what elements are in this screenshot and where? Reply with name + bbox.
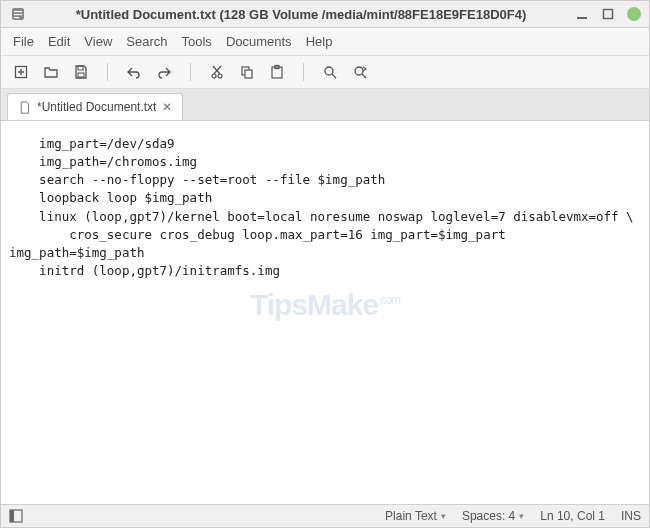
cut-button[interactable] xyxy=(207,62,227,82)
close-button[interactable] xyxy=(627,7,641,21)
svg-rect-12 xyxy=(245,70,252,78)
window-title: *Untitled Document.txt (128 GB Volume /m… xyxy=(33,7,569,22)
open-button[interactable] xyxy=(41,62,61,82)
svg-point-10 xyxy=(218,74,222,78)
svg-rect-5 xyxy=(604,10,613,19)
new-document-button[interactable] xyxy=(11,62,31,82)
toolbar xyxy=(1,56,649,89)
save-button[interactable] xyxy=(71,62,91,82)
replace-button[interactable] xyxy=(350,62,370,82)
titlebar: *Untitled Document.txt (128 GB Volume /m… xyxy=(1,1,649,28)
svg-point-15 xyxy=(325,67,333,75)
editor-content[interactable]: img_part=/dev/sda9 img_path=/chromos.img… xyxy=(9,135,641,280)
maximize-button[interactable] xyxy=(601,7,615,21)
side-panel-toggle[interactable] xyxy=(9,509,23,523)
indent-selector[interactable]: Spaces: 4 xyxy=(462,509,524,523)
menu-search[interactable]: Search xyxy=(126,34,167,49)
search-button[interactable] xyxy=(320,62,340,82)
toolbar-separator xyxy=(303,63,304,81)
tab-label: *Untitled Document.txt xyxy=(37,100,156,114)
svg-rect-1 xyxy=(14,11,22,12)
document-icon xyxy=(18,101,31,114)
document-tab[interactable]: *Untitled Document.txt ✕ xyxy=(7,93,183,120)
insert-mode[interactable]: INS xyxy=(621,509,641,523)
cursor-position: Ln 10, Col 1 xyxy=(540,509,605,523)
menu-help[interactable]: Help xyxy=(306,34,333,49)
toolbar-separator xyxy=(190,63,191,81)
statusbar: Plain Text Spaces: 4 Ln 10, Col 1 INS xyxy=(1,504,649,527)
application-window: *Untitled Document.txt (128 GB Volume /m… xyxy=(0,0,650,528)
paste-button[interactable] xyxy=(267,62,287,82)
menubar: File Edit View Search Tools Documents He… xyxy=(1,28,649,56)
undo-button[interactable] xyxy=(124,62,144,82)
svg-point-9 xyxy=(212,74,216,78)
menu-tools[interactable]: Tools xyxy=(182,34,212,49)
tabbar: *Untitled Document.txt ✕ xyxy=(1,89,649,121)
svg-point-16 xyxy=(355,67,363,75)
menu-view[interactable]: View xyxy=(84,34,112,49)
minimize-button[interactable] xyxy=(575,7,589,21)
syntax-selector[interactable]: Plain Text xyxy=(385,509,446,523)
svg-rect-18 xyxy=(10,510,14,522)
menu-file[interactable]: File xyxy=(13,34,34,49)
menu-documents[interactable]: Documents xyxy=(226,34,292,49)
svg-rect-3 xyxy=(14,17,19,18)
redo-button[interactable] xyxy=(154,62,174,82)
app-icon xyxy=(9,5,27,23)
menu-edit[interactable]: Edit xyxy=(48,34,70,49)
text-editor[interactable]: img_part=/dev/sda9 img_path=/chromos.img… xyxy=(1,121,649,504)
watermark: TipsMake.com xyxy=(250,288,400,322)
svg-rect-8 xyxy=(78,73,84,77)
window-controls xyxy=(575,7,641,21)
tab-close-button[interactable]: ✕ xyxy=(162,100,172,114)
toolbar-separator xyxy=(107,63,108,81)
copy-button[interactable] xyxy=(237,62,257,82)
svg-rect-2 xyxy=(14,14,22,15)
svg-rect-4 xyxy=(577,17,587,19)
